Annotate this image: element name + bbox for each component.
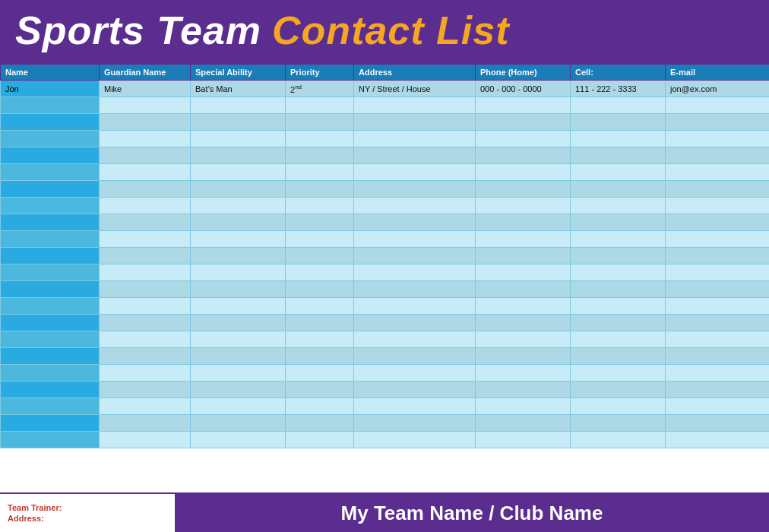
cell-ability[interactable] xyxy=(191,281,286,298)
cell-cell[interactable] xyxy=(571,298,666,315)
cell-ability[interactable] xyxy=(191,147,286,164)
cell-ability[interactable] xyxy=(191,331,286,348)
cell-priority[interactable] xyxy=(286,382,354,398)
cell-phone[interactable] xyxy=(476,181,571,198)
table-row[interactable] xyxy=(1,181,770,198)
cell-email[interactable] xyxy=(666,198,770,214)
cell-cell[interactable] xyxy=(571,97,666,114)
cell-priority[interactable]: 2nd xyxy=(286,81,354,97)
table-row[interactable] xyxy=(1,348,770,365)
cell-guardian[interactable] xyxy=(100,331,191,348)
table-row[interactable] xyxy=(1,415,770,432)
cell-cell[interactable] xyxy=(571,164,666,181)
cell-address[interactable] xyxy=(354,114,476,131)
cell-email[interactable] xyxy=(666,181,770,198)
cell-ability[interactable] xyxy=(191,131,286,147)
cell-priority[interactable] xyxy=(286,365,354,382)
cell-cell[interactable] xyxy=(571,198,666,214)
cell-guardian[interactable] xyxy=(100,164,191,181)
cell-phone[interactable] xyxy=(476,248,571,264)
cell-address[interactable] xyxy=(354,248,476,264)
cell-name[interactable] xyxy=(1,348,100,365)
cell-name[interactable] xyxy=(1,97,100,114)
cell-name[interactable]: Jon xyxy=(1,81,100,97)
cell-email[interactable] xyxy=(666,348,770,365)
cell-name[interactable] xyxy=(1,131,100,147)
cell-ability[interactable] xyxy=(191,298,286,315)
cell-address[interactable] xyxy=(354,231,476,248)
cell-email[interactable] xyxy=(666,298,770,315)
cell-email[interactable] xyxy=(666,281,770,298)
cell-priority[interactable] xyxy=(286,214,354,231)
table-row[interactable] xyxy=(1,432,770,448)
cell-email[interactable] xyxy=(666,248,770,264)
cell-cell[interactable] xyxy=(571,231,666,248)
cell-cell[interactable] xyxy=(571,181,666,198)
cell-guardian[interactable] xyxy=(100,382,191,398)
cell-guardian[interactable] xyxy=(100,248,191,264)
cell-priority[interactable] xyxy=(286,97,354,114)
cell-guardian[interactable] xyxy=(100,365,191,382)
cell-ability[interactable] xyxy=(191,114,286,131)
cell-email[interactable] xyxy=(666,164,770,181)
cell-ability[interactable] xyxy=(191,231,286,248)
cell-phone[interactable] xyxy=(476,198,571,214)
cell-phone[interactable] xyxy=(476,97,571,114)
cell-email[interactable] xyxy=(666,331,770,348)
cell-ability[interactable] xyxy=(191,198,286,214)
cell-cell[interactable] xyxy=(571,382,666,398)
cell-cell[interactable] xyxy=(571,248,666,264)
table-row[interactable] xyxy=(1,248,770,264)
cell-name[interactable] xyxy=(1,264,100,281)
cell-address[interactable] xyxy=(354,181,476,198)
table-row[interactable] xyxy=(1,164,770,181)
cell-phone[interactable] xyxy=(476,331,571,348)
cell-ability[interactable] xyxy=(191,164,286,181)
cell-guardian[interactable] xyxy=(100,198,191,214)
cell-phone[interactable] xyxy=(476,281,571,298)
cell-email[interactable] xyxy=(666,264,770,281)
cell-priority[interactable] xyxy=(286,415,354,432)
cell-cell[interactable] xyxy=(571,415,666,432)
cell-guardian[interactable] xyxy=(100,214,191,231)
cell-priority[interactable] xyxy=(286,298,354,315)
cell-ability[interactable] xyxy=(191,97,286,114)
cell-name[interactable] xyxy=(1,147,100,164)
cell-cell[interactable] xyxy=(571,131,666,147)
cell-cell[interactable] xyxy=(571,398,666,415)
cell-name[interactable] xyxy=(1,331,100,348)
cell-ability[interactable] xyxy=(191,248,286,264)
cell-priority[interactable] xyxy=(286,147,354,164)
cell-cell[interactable] xyxy=(571,432,666,448)
cell-email[interactable] xyxy=(666,365,770,382)
cell-email[interactable]: jon@ex.com xyxy=(666,81,770,97)
cell-email[interactable] xyxy=(666,114,770,131)
cell-priority[interactable] xyxy=(286,248,354,264)
cell-ability[interactable] xyxy=(191,415,286,432)
cell-ability[interactable] xyxy=(191,315,286,331)
table-row[interactable] xyxy=(1,398,770,415)
cell-phone[interactable] xyxy=(476,315,571,331)
cell-guardian[interactable] xyxy=(100,432,191,448)
cell-priority[interactable] xyxy=(286,131,354,147)
cell-name[interactable] xyxy=(1,398,100,415)
cell-name[interactable] xyxy=(1,198,100,214)
cell-priority[interactable] xyxy=(286,348,354,365)
table-row[interactable] xyxy=(1,97,770,114)
cell-email[interactable] xyxy=(666,214,770,231)
cell-cell[interactable]: 111 - 222 - 3333 xyxy=(571,81,666,97)
cell-address[interactable] xyxy=(354,398,476,415)
table-row[interactable] xyxy=(1,147,770,164)
cell-phone[interactable] xyxy=(476,415,571,432)
cell-ability[interactable] xyxy=(191,181,286,198)
cell-cell[interactable] xyxy=(571,281,666,298)
cell-guardian[interactable] xyxy=(100,231,191,248)
cell-address[interactable] xyxy=(354,97,476,114)
cell-address[interactable] xyxy=(354,365,476,382)
table-row[interactable] xyxy=(1,214,770,231)
cell-name[interactable] xyxy=(1,214,100,231)
cell-phone[interactable] xyxy=(476,131,571,147)
cell-ability[interactable] xyxy=(191,398,286,415)
cell-cell[interactable] xyxy=(571,348,666,365)
cell-name[interactable] xyxy=(1,248,100,264)
